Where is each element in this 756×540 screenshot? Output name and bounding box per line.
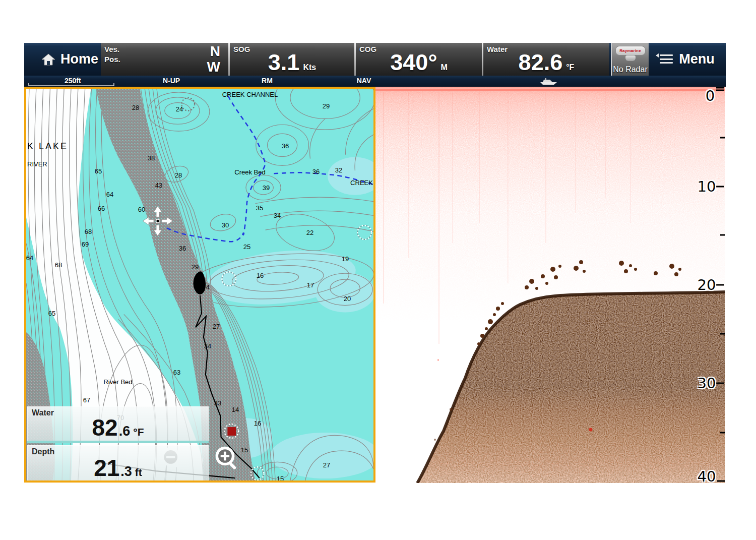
- overlay-accent-strip: [27, 481, 209, 483]
- depth-sounding-label: 27: [323, 461, 330, 469]
- depth-sounding-label: 35: [256, 204, 263, 212]
- depth-sounding-label: 64: [26, 254, 33, 262]
- depth-sounding-label: 4: [206, 283, 209, 291]
- radome-base-icon: [625, 55, 636, 61]
- depth-sounding-label: 68: [85, 228, 92, 235]
- depth-sounding-label: 29: [192, 263, 199, 271]
- depth-sounding-label: 20: [344, 295, 351, 303]
- radar-status-text: No Radar: [612, 65, 649, 74]
- radar-status-box[interactable]: Raymarine No Radar: [611, 43, 649, 76]
- home-button[interactable]: Home: [24, 43, 101, 76]
- water-value: 82.6: [519, 51, 563, 74]
- depth-sounding-label: 15: [277, 475, 284, 483]
- depth-sounding-label: 16: [257, 272, 264, 279]
- radome-icon: Raymarine: [615, 46, 646, 55]
- depth-sounding-label: 34: [204, 342, 211, 350]
- depth-sounding-label: 36: [312, 168, 320, 175]
- depth-sounding-label: 32: [335, 166, 342, 174]
- vespos-value-w: W: [207, 59, 220, 75]
- depth-overlay-label: Depth: [32, 447, 54, 456]
- depth-sounding-label: 66: [98, 205, 105, 212]
- menu-label: Menu: [679, 52, 715, 66]
- top-header-bar: Home Ves. Pos. N W SOG 3.1 Kts COG 340°: [24, 43, 726, 76]
- overlay-accent-strip: [27, 441, 209, 443]
- home-icon: [41, 53, 55, 66]
- water-temp-overlay[interactable]: Water 82 .6 °F: [27, 406, 209, 443]
- water-overlay-decimal: .6: [119, 424, 131, 439]
- sonar-depth-label: 40: [698, 468, 716, 483]
- vespos-label-2: Pos.: [104, 55, 120, 64]
- databox-vessel-position[interactable]: Ves. Pos. N W: [101, 43, 228, 76]
- cog-value: 340°: [390, 51, 437, 74]
- depth-sounding-label: 27: [213, 323, 220, 330]
- depth-overlay-unit: ft: [135, 466, 142, 478]
- motion-mode-label: RM: [262, 77, 273, 85]
- depth-sounding-label: 15: [241, 446, 248, 454]
- depth-sounding-label: 17: [307, 281, 314, 289]
- depth-sounding-label: 68: [55, 261, 62, 269]
- depth-sounding-label: 33: [214, 399, 221, 407]
- depth-overlay-value: 21: [94, 456, 119, 479]
- databox-sog[interactable]: SOG 3.1 Kts: [230, 43, 354, 76]
- vespos-value: N W: [207, 43, 220, 75]
- depth-sounding-label: 67: [83, 396, 90, 404]
- depth-sounding-label: 30: [222, 221, 229, 229]
- vespos-label-1: Ves.: [104, 45, 119, 53]
- depth-sounding-label: 65: [95, 167, 102, 175]
- depth-sounding-label: 63: [173, 369, 180, 376]
- sonar-depth-label: 20: [698, 276, 716, 293]
- sonar-depth-label: 10: [698, 178, 716, 195]
- depth-sounding-label: 43: [155, 182, 162, 189]
- range-scale-bracket: [28, 83, 115, 87]
- orientation-mode-label: N-UP: [163, 77, 180, 85]
- sog-unit: Kts: [303, 63, 316, 72]
- chart-panel[interactable]: CREEK CHANNELK LAKERIVERCreek BedCREEK C…: [24, 87, 375, 483]
- depth-overlay[interactable]: Depth 21 .3 ft: [27, 445, 209, 483]
- depth-sounding-label: 34: [274, 212, 281, 219]
- depth-sounding-label: 14: [232, 406, 239, 413]
- vespos-value-n: N: [207, 43, 220, 59]
- depth-sounding-label: 38: [148, 154, 155, 162]
- cog-unit: M: [440, 63, 447, 72]
- nav-mode-label: NAV: [357, 77, 371, 85]
- menu-icon: [660, 54, 673, 65]
- depth-sounding-label: 25: [243, 243, 250, 251]
- home-label: Home: [60, 52, 98, 66]
- depth-sounding-label: 24: [176, 105, 183, 113]
- water-overlay-unit: °F: [133, 426, 144, 438]
- sonar-depth-label: 0: [706, 87, 715, 104]
- depth-overlay-decimal: .3: [120, 464, 132, 479]
- water-unit: °F: [566, 63, 574, 72]
- databox-cog[interactable]: COG 340° M: [356, 43, 482, 76]
- depth-sounding-label: 60: [138, 206, 145, 213]
- depth-sounding-label: 22: [306, 229, 313, 236]
- vessel-status-icon: [539, 78, 558, 85]
- depth-sounding-label: 36: [179, 245, 186, 252]
- depth-sounding-label: 19: [342, 255, 349, 263]
- sog-value: 3.1: [268, 51, 300, 74]
- sonar-depth-scale: 010203040: [375, 87, 725, 483]
- depth-sounding-label: 28: [175, 171, 182, 179]
- raymarine-brand-label: Raymarine: [619, 48, 641, 53]
- mfd-screen: Home Ves. Pos. N W SOG 3.1 Kts COG 340°: [0, 0, 756, 540]
- sonar-depth-label: 30: [698, 375, 716, 392]
- databox-water-temp[interactable]: Water 82.6 °F: [483, 43, 609, 76]
- depth-sounding-label: 28: [132, 104, 139, 111]
- depth-sounding-label: 36: [282, 142, 289, 150]
- depth-sounding-label: 65: [48, 310, 55, 317]
- depth-sounding-label: 16: [254, 419, 261, 427]
- depth-sounding-label: 64: [106, 191, 113, 198]
- downvision-sonar-panel[interactable]: 010203040: [375, 87, 725, 483]
- depth-sounding-label: 39: [263, 184, 270, 192]
- water-overlay-value: 82: [92, 416, 118, 439]
- menu-button[interactable]: Menu: [649, 43, 726, 76]
- chart-status-bar: 250ft N-UP RM NAV: [24, 76, 726, 87]
- depth-sounding-label: 29: [323, 102, 330, 110]
- depth-sounding-label: 69: [82, 241, 89, 248]
